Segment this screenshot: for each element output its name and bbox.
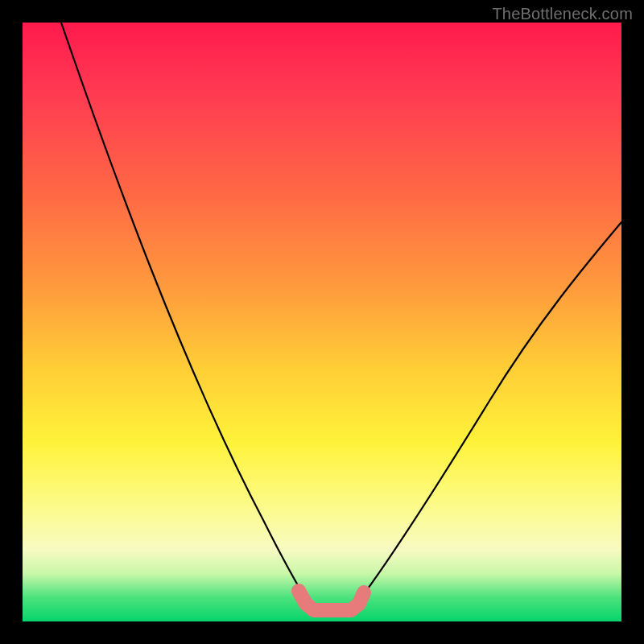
chart-frame: TheBottleneck.com bbox=[0, 0, 644, 644]
chart-svg bbox=[23, 23, 621, 621]
valley-bump bbox=[299, 591, 364, 610]
chart-plot-area bbox=[23, 23, 621, 621]
left-curve bbox=[61, 23, 311, 607]
right-curve bbox=[354, 222, 621, 607]
watermark-text: TheBottleneck.com bbox=[492, 5, 633, 23]
